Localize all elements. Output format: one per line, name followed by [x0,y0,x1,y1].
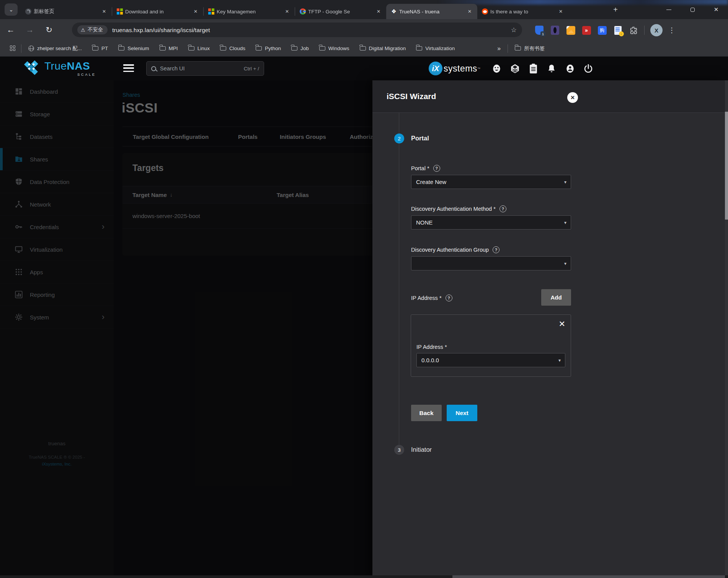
profile-avatar[interactable]: X [650,24,663,36]
tab-title: 新标签页 [34,8,98,15]
tab-search-button[interactable]: ⌄ [5,3,18,16]
tab-title: TrueNAS - truena [399,9,464,15]
apps-grid-icon[interactable] [10,46,16,51]
power-icon [583,63,593,74]
tab-close-icon[interactable]: ✕ [283,8,291,15]
tab-key-management[interactable]: Key Managemen ✕ [204,4,295,19]
new-tab-button[interactable]: + [609,3,622,16]
bookmark-folder-windows[interactable]: Windows [319,46,349,51]
doc-download-extension-icon[interactable] [613,25,623,35]
password-extension-icon[interactable] [534,25,544,35]
sidebar-toggle-button[interactable] [122,63,135,73]
help-icon[interactable]: ? [493,246,499,253]
bookmark-folder-linux[interactable]: Linux [188,46,210,51]
tab-truenas-active[interactable]: ❖ TrueNAS - truena ✕ [386,4,477,19]
red-extension-icon[interactable]: » [581,25,591,35]
horizontal-scrollbar[interactable] [0,575,728,578]
extensions-menu-button[interactable] [628,25,638,35]
window-controls: ✕ [657,0,728,19]
ip-address-entry-card: ✕ IP Address * 0.0.0.0 ▾ [411,314,571,377]
site-favicon [25,8,31,15]
bookmark-folder-mpi[interactable]: MPI [160,46,178,51]
forward-button[interactable]: → [22,22,38,37]
jobs-button[interactable] [528,63,539,74]
tab-download[interactable]: Download and in ✕ [112,4,203,19]
bookmark-label: zhelper search 配... [37,45,82,52]
window-maximize-button[interactable] [681,0,704,19]
ip-address-select[interactable]: 0.0.0.0 ▾ [416,353,565,367]
bookmarks-divider [21,44,21,53]
global-search-input[interactable]: Search UI Ctrl + / [146,61,264,76]
chevron-down-icon: ⌄ [9,7,13,13]
bookmark-star-icon[interactable]: ☆ [511,26,517,34]
purple-extension-icon[interactable] [550,25,560,35]
remove-ip-button[interactable]: ✕ [558,319,565,329]
vertical-scrollbar-thumb[interactable] [725,112,728,220]
reload-button[interactable]: ↻ [41,22,57,37]
truecommand-button[interactable] [510,63,520,74]
bookmark-folder-digital-migration[interactable]: Digital Migration [360,46,406,51]
shopping-extension-icon[interactable]: 购 [597,25,607,35]
header-actions: iX systems ™ [429,57,594,80]
tab-close-icon[interactable]: ✕ [557,8,565,15]
folder-icon [256,46,262,50]
tab-close-icon[interactable]: ✕ [375,8,382,15]
discovery-auth-method-select[interactable]: NONE ▾ [411,215,571,230]
ixsystems-logo[interactable]: iX systems ™ [429,62,480,75]
all-bookmarks-folder[interactable]: 所有书签 [515,45,545,52]
window-close-button[interactable]: ✕ [704,0,728,19]
reddit-favicon [482,8,488,15]
account-button[interactable] [565,63,575,74]
back-button[interactable]: ← [3,22,18,37]
bookmark-folder-python[interactable]: Python [256,46,281,51]
power-button[interactable] [583,63,594,74]
bookmark-folder-job[interactable]: Job [291,46,309,51]
truenas-logo[interactable]: TrueNAS SCALE [22,60,96,77]
bookmarks-overflow-button[interactable]: » [497,45,501,52]
warning-icon: ⚠ [81,27,85,33]
add-ip-button[interactable]: Add [541,289,571,306]
help-icon[interactable]: ? [433,165,440,172]
help-icon[interactable]: ? [499,205,506,212]
browser-tab-strip: ⌄ 新标签页 ✕ Download and in ✕ Key Managemen… [0,0,728,19]
chevron-down-icon: ▾ [564,179,566,185]
bookmark-folder-clouds[interactable]: Clouds [220,46,245,51]
tab-new-tab-page[interactable]: 新标签页 ✕ [21,4,112,19]
bookmark-zhelper[interactable]: zhelper search 配... [28,45,82,52]
ip-address-value: 0.0.0.0 [421,357,439,363]
tab-close-icon[interactable]: ✕ [192,8,199,15]
bookmark-folder-selenium[interactable]: Selenium [118,46,149,51]
extensions-row: » 购 X ⋮ [534,24,675,36]
help-icon[interactable]: ? [446,295,452,301]
browser-menu-button[interactable]: ⋮ [668,26,675,34]
puzzle-icon [629,26,638,34]
bookmark-label: Clouds [229,46,245,51]
photos-extension-icon[interactable] [566,25,576,35]
back-button-wizard[interactable]: Back [411,405,442,421]
chevron-down-icon: ▾ [558,358,561,363]
tab-close-icon[interactable]: ✕ [100,8,108,15]
discovery-auth-group-select[interactable]: ▾ [411,256,571,270]
address-bar[interactable]: ⚠ 不安全 truenas.hxp.lan/ui/sharing/iscsi/t… [72,23,522,37]
url-text[interactable]: truenas.hxp.lan/ui/sharing/iscsi/target [112,27,508,33]
vertical-scrollbar[interactable] [725,80,728,578]
app-body: Dashboard Storage Datasets Shares Data P… [0,80,728,578]
window-minimize-button[interactable] [657,0,681,19]
feedback-button[interactable] [491,63,502,74]
bookmark-folder-pt[interactable]: PT [92,46,108,51]
portal-select[interactable]: Create New ▾ [411,175,571,189]
maximize-icon [690,8,695,12]
bookmark-folder-virtualization[interactable]: Virtualization [416,46,455,51]
user-icon [565,63,575,74]
horizontal-scrollbar-thumb[interactable] [452,575,725,578]
folder-icon [515,46,521,50]
tab-tftp-search[interactable]: TFTP - Google Se ✕ [295,4,386,19]
bell-icon [547,63,557,74]
tab-reddit[interactable]: Is there a way to ✕ [477,4,568,19]
next-button-wizard[interactable]: Next [447,405,477,421]
tab-close-icon[interactable]: ✕ [466,8,473,15]
notifications-button[interactable] [547,63,557,74]
search-shortcut: Ctrl + / [244,66,259,72]
wizard-close-button[interactable]: ✕ [567,92,578,103]
security-chip[interactable]: ⚠ 不安全 [77,25,108,34]
